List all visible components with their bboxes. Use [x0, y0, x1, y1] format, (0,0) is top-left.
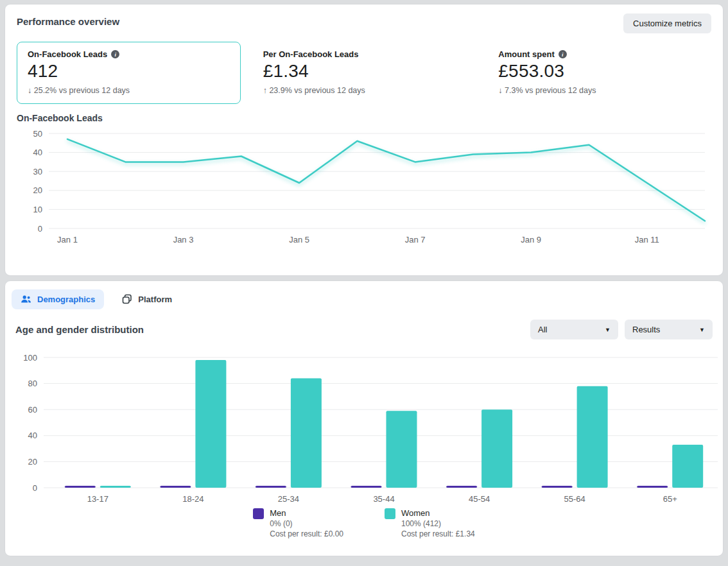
y-tick-label: 50 — [33, 129, 42, 139]
leads-line-series — [67, 139, 705, 221]
section-header: Age and gender distribution All ▼ Result… — [15, 320, 713, 339]
demographics-panel: Demographics Platform Age and gender dis… — [4, 280, 724, 556]
metric-card-on-facebook-leads[interactable]: On-Facebook Leads i 412 ↓ 25.2% vs previ… — [17, 42, 241, 104]
section-title: Age and gender distribution — [15, 324, 144, 335]
legend-share: 100% (412) — [401, 519, 475, 529]
metric-card-amount-spent[interactable]: Amount spent i £553.03 ↓ 7.3% vs previou… — [487, 42, 711, 104]
dropdown-value: All — [538, 325, 547, 334]
y-tick-label: 40 — [28, 431, 37, 440]
legend-item-men: Men 0% (0) Cost per result: £0.00 — [253, 508, 343, 539]
bar — [446, 486, 477, 488]
y-tick-label: 100 — [23, 353, 37, 363]
metric-label-text: Amount spent — [498, 49, 554, 59]
x-tick-label: Jan 3 — [173, 235, 194, 244]
age-gender-bar-chart: 02040608010013-1718-2425-3435-4445-5455-… — [15, 346, 723, 506]
metric-dropdown[interactable]: Results ▼ — [625, 320, 713, 339]
x-tick-label: 18-24 — [182, 494, 204, 504]
tab-platform[interactable]: Platform — [113, 289, 181, 309]
x-tick-label: Jan 9 — [521, 235, 541, 244]
leads-line-chart: 01020304050Jan 1Jan 3Jan 5Jan 7Jan 9Jan … — [17, 124, 724, 248]
bar — [542, 486, 573, 488]
filter-dropdowns: All ▼ Results ▼ — [530, 320, 713, 339]
x-tick-label: 65+ — [663, 494, 677, 504]
metric-label: Per On-Facebook Leads — [263, 49, 465, 59]
tab-label: Platform — [138, 295, 172, 304]
bar — [672, 445, 703, 488]
x-tick-label: 13-17 — [87, 494, 108, 504]
dropdown-value: Results — [632, 325, 660, 334]
people-icon — [21, 295, 31, 304]
bar — [291, 379, 322, 488]
y-tick-label: 80 — [28, 379, 37, 388]
line-chart-title: On-Facebook Leads — [17, 113, 711, 123]
y-tick-label: 40 — [33, 148, 42, 157]
bar — [637, 486, 668, 488]
metric-label: Amount spent i — [498, 49, 700, 59]
y-tick-label: 0 — [33, 483, 37, 493]
bar — [481, 409, 512, 488]
bar — [195, 360, 226, 488]
chevron-down-icon: ▼ — [699, 327, 705, 333]
platform-icon — [122, 294, 132, 304]
x-tick-label: 35-44 — [373, 494, 394, 504]
y-tick-label: 30 — [33, 167, 42, 176]
y-tick-label: 10 — [33, 205, 42, 214]
men-color-swatch — [253, 508, 264, 519]
metric-delta: ↓ 7.3% vs previous 12 days — [498, 86, 700, 95]
info-icon[interactable]: i — [111, 50, 119, 58]
chart-legend: Men 0% (0) Cost per result: £0.00 Women … — [15, 508, 713, 539]
metric-card-per-on-facebook-leads[interactable]: Per On-Facebook Leads £1.34 ↑ 23.9% vs p… — [252, 42, 476, 104]
x-tick-label: 45-54 — [469, 494, 490, 504]
metric-label: On-Facebook Leads i — [28, 49, 230, 59]
y-tick-label: 0 — [38, 224, 42, 234]
panel-title: Performance overview — [17, 13, 119, 27]
legend-name: Women — [401, 508, 475, 519]
legend-cost: Cost per result: £0.00 — [270, 529, 343, 539]
bar — [65, 486, 96, 488]
x-tick-label: 25-34 — [278, 494, 299, 504]
x-tick-label: Jan 1 — [57, 235, 78, 244]
bar — [256, 486, 286, 488]
customize-metrics-button[interactable]: Customize metrics — [623, 13, 711, 33]
metric-delta: ↑ 23.9% vs previous 12 days — [263, 86, 465, 95]
legend-share: 0% (0) — [270, 519, 343, 529]
metrics-row: On-Facebook Leads i 412 ↓ 25.2% vs previ… — [17, 42, 711, 104]
breakdown-dropdown[interactable]: All ▼ — [530, 320, 618, 339]
women-color-swatch — [385, 508, 395, 519]
metric-delta: ↓ 25.2% vs previous 12 days — [28, 86, 230, 95]
legend-name: Men — [270, 508, 343, 519]
bar — [386, 411, 417, 488]
tab-demographics[interactable]: Demographics — [12, 289, 104, 309]
metric-label-text: On-Facebook Leads — [28, 49, 107, 59]
bar — [160, 486, 191, 488]
y-tick-label: 20 — [28, 457, 37, 467]
legend-item-women: Women 100% (412) Cost per result: £1.34 — [385, 508, 475, 539]
x-tick-label: 55-64 — [564, 494, 585, 504]
x-tick-label: Jan 7 — [405, 235, 426, 244]
y-tick-label: 60 — [28, 405, 37, 415]
metric-value: £553.03 — [498, 61, 700, 81]
bar — [351, 486, 382, 488]
performance-overview-panel: Performance overview Customize metrics O… — [4, 4, 724, 276]
chevron-down-icon: ▼ — [605, 327, 611, 333]
performance-overview-header: Performance overview Customize metrics — [17, 13, 711, 35]
metric-label-text: Per On-Facebook Leads — [263, 49, 359, 59]
info-icon[interactable]: i — [559, 50, 567, 58]
x-tick-label: Jan 11 — [635, 235, 659, 244]
bar — [577, 386, 608, 488]
metric-value: 412 — [28, 61, 230, 81]
legend-cost: Cost per result: £1.34 — [401, 529, 475, 539]
gridlines — [44, 357, 718, 488]
tabs-row: Demographics Platform — [12, 289, 713, 309]
y-tick-label: 20 — [33, 185, 42, 195]
x-tick-label: Jan 5 — [289, 235, 309, 244]
bar-series-women — [100, 360, 703, 488]
tab-label: Demographics — [37, 295, 95, 304]
bar — [100, 486, 131, 488]
metric-value: £1.34 — [263, 61, 465, 81]
